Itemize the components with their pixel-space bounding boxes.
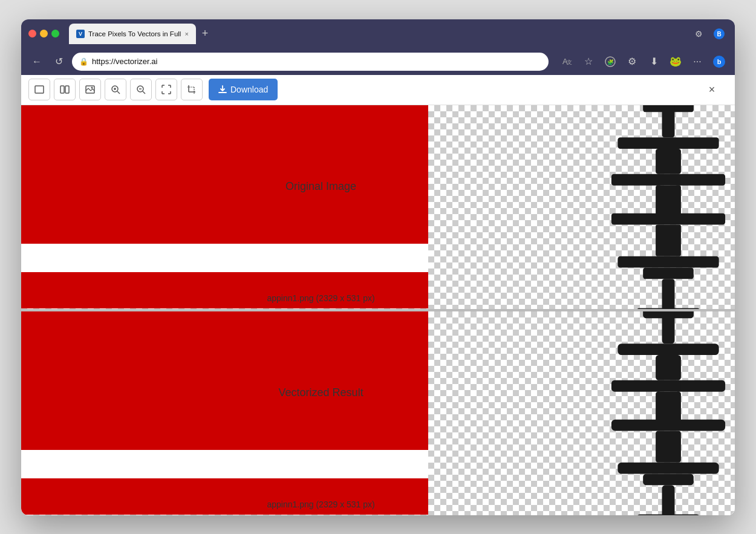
nav-bar: ← ↺ 🔒 https://vectorizer.ai A 文 ☆ 🧩 [21, 48, 735, 75]
zoom-out-button[interactable] [130, 79, 152, 100]
image-view-button[interactable] [79, 79, 101, 100]
favorites-icon[interactable]: ☆ [580, 53, 597, 70]
new-tab-button[interactable]: + [198, 27, 212, 40]
vectorized-right-area [428, 311, 735, 515]
reload-button[interactable]: ↺ [50, 53, 67, 70]
svg-line-14 [117, 91, 120, 94]
svg-rect-33 [611, 213, 725, 224]
svg-text:B: B [717, 31, 721, 37]
more-icon[interactable]: ··· [689, 53, 706, 70]
svg-rect-28 [656, 149, 681, 174]
traffic-lights [28, 30, 59, 37]
svg-rect-52 [643, 474, 694, 485]
bing-icon[interactable]: b [711, 53, 728, 70]
active-tab[interactable]: V Trace Pixels To Vectors in Full × [69, 24, 196, 44]
zoom-in-button[interactable] [105, 79, 126, 100]
tab-title: Trace Pixels To Vectors in Full [88, 30, 181, 37]
download-label: Download [230, 85, 268, 94]
browser-window: V Trace Pixels To Vectors in Full × + ⚙ … [21, 19, 735, 515]
svg-rect-27 [618, 137, 719, 149]
back-button[interactable]: ← [28, 53, 45, 70]
frog-icon[interactable]: 🐸 [667, 53, 684, 70]
svg-rect-30 [674, 174, 725, 185]
svg-rect-54 [637, 514, 700, 515]
fullscreen-button[interactable] [155, 79, 177, 100]
svg-rect-8 [35, 86, 44, 93]
lock-icon: 🔒 [79, 57, 88, 66]
svg-rect-44 [656, 355, 681, 380]
url-text: https://vectorizer.ai [92, 57, 541, 66]
svg-line-18 [143, 91, 145, 94]
maximize-traffic-light[interactable] [51, 30, 59, 37]
svg-rect-36 [643, 267, 694, 279]
downloads-icon[interactable]: ⬇ [645, 53, 662, 70]
address-bar[interactable]: 🔒 https://vectorizer.ai [72, 53, 549, 71]
extensions-icon[interactable]: 🧩 [602, 53, 619, 70]
svg-rect-9 [60, 86, 64, 93]
svg-text:b: b [717, 58, 722, 65]
settings-icon[interactable]: ⚙ [624, 53, 640, 70]
svg-text:🧩: 🧩 [607, 59, 614, 66]
vectorized-result-panel: Vectorized Result appinn1.png (2329 x 53… [21, 310, 735, 515]
svg-rect-38 [637, 308, 700, 309]
svg-rect-50 [656, 431, 681, 462]
svg-rect-42 [662, 311, 675, 344]
tab-area: V Trace Pixels To Vectors in Full × + [69, 24, 680, 44]
svg-rect-10 [65, 86, 69, 93]
nav-icons: A 文 ☆ 🧩 ⚙ ⬇ 🐸 ··· b [558, 53, 728, 70]
close-button[interactable]: × [701, 79, 723, 100]
view-split-button[interactable] [54, 79, 76, 100]
svg-rect-34 [656, 224, 681, 256]
svg-rect-45 [611, 380, 662, 391]
title-bar: V Trace Pixels To Vectors in Full × + ⚙ … [21, 19, 735, 48]
svg-rect-29 [611, 174, 662, 185]
close-traffic-light[interactable] [28, 30, 36, 37]
translate-icon[interactable]: A 文 [558, 53, 575, 70]
original-image-panel: Original Image appinn1.png (2329 x 531 p… [21, 105, 735, 310]
tab-close-btn[interactable]: × [184, 30, 188, 37]
svg-point-12 [91, 87, 93, 89]
browser-settings-btn[interactable]: ⚙ [690, 25, 707, 42]
svg-rect-47 [656, 380, 681, 391]
main-content: Original Image appinn1.png (2329 x 531 p… [21, 105, 735, 515]
svg-rect-31 [656, 174, 681, 185]
minimize-traffic-light[interactable] [40, 30, 48, 37]
svg-rect-51 [618, 462, 719, 474]
svg-rect-49 [611, 419, 725, 431]
svg-rect-53 [662, 485, 675, 515]
svg-rect-37 [662, 279, 675, 309]
svg-rect-26 [662, 105, 675, 137]
crop-button[interactable] [181, 79, 203, 100]
tab-favicon: V [76, 30, 85, 38]
svg-text:文: 文 [567, 59, 572, 65]
svg-rect-43 [618, 344, 719, 355]
browser-profile-btn[interactable]: B [711, 25, 728, 42]
svg-rect-46 [674, 380, 725, 391]
browser-controls: ⚙ B [690, 25, 728, 42]
svg-rect-35 [618, 256, 719, 267]
original-right-area [428, 105, 735, 309]
toolbar: Download × [21, 75, 735, 105]
view-single-button[interactable] [28, 79, 50, 100]
download-button[interactable]: Download [209, 79, 278, 100]
